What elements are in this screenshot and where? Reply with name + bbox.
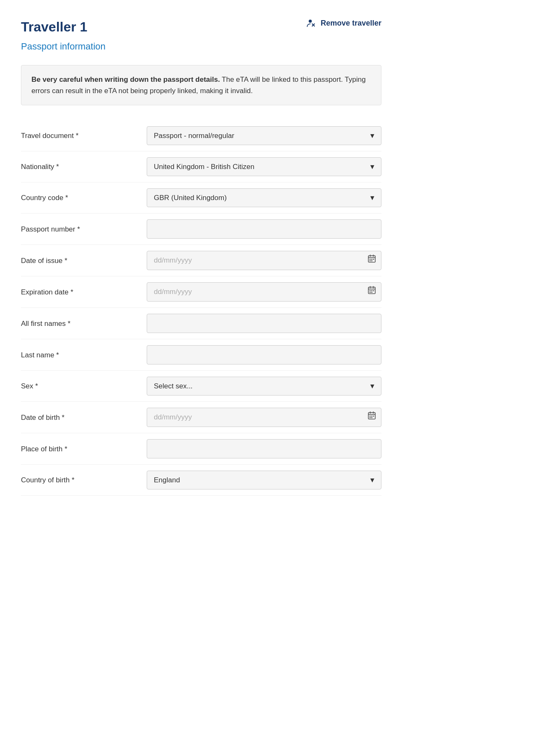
select-travel-document[interactable]: Passport - normal/regularPassport - dipl… bbox=[147, 126, 381, 145]
info-bold: Be very careful when writing down the pa… bbox=[31, 75, 220, 83]
label-country-of-birth: Country of birth * bbox=[21, 475, 138, 486]
label-all-first-names: All first names * bbox=[21, 318, 138, 329]
label-travel-document: Travel document * bbox=[21, 130, 138, 141]
label-expiration-date: Expiration date * bbox=[21, 287, 138, 298]
info-box: Be very careful when writing down the pa… bbox=[21, 65, 381, 105]
remove-traveller-label: Remove traveller bbox=[321, 19, 381, 28]
input-date-of-birth[interactable] bbox=[147, 408, 381, 427]
select-sex[interactable]: Select sex...MaleFemaleOther bbox=[147, 377, 381, 396]
section-title: Passport information bbox=[21, 39, 381, 53]
input-date-of-issue[interactable] bbox=[147, 251, 381, 270]
label-last-name: Last name * bbox=[21, 350, 138, 361]
select-country-of-birth[interactable]: EnglandScotlandWalesNorthern IrelandOthe… bbox=[147, 471, 381, 489]
label-sex: Sex * bbox=[21, 381, 138, 392]
select-country-code[interactable]: GBR (United Kingdom)USA (United States)C… bbox=[147, 188, 381, 207]
label-country-code: Country code * bbox=[21, 193, 138, 203]
date-wrap-date-of-issue bbox=[147, 251, 381, 270]
form-row-date-of-issue: Date of issue * bbox=[21, 245, 381, 276]
select-wrap-travel-document: Passport - normal/regularPassport - dipl… bbox=[147, 126, 381, 145]
input-all-first-names[interactable] bbox=[147, 314, 381, 333]
form-row-country-code: Country code *GBR (United Kingdom)USA (U… bbox=[21, 182, 381, 213]
form-row-country-of-birth: Country of birth *EnglandScotlandWalesNo… bbox=[21, 465, 381, 496]
input-expiration-date[interactable] bbox=[147, 282, 381, 302]
input-passport-number[interactable] bbox=[147, 219, 381, 239]
label-passport-number: Passport number * bbox=[21, 224, 138, 235]
remove-traveller-button[interactable]: Remove traveller bbox=[306, 17, 381, 29]
select-wrap-nationality: United Kingdom - British CitizenUnited S… bbox=[147, 157, 381, 176]
date-wrap-date-of-birth bbox=[147, 408, 381, 427]
form-row-last-name: Last name * bbox=[21, 339, 381, 371]
select-wrap-country-code: GBR (United Kingdom)USA (United States)C… bbox=[147, 188, 381, 207]
select-nationality[interactable]: United Kingdom - British CitizenUnited S… bbox=[147, 157, 381, 176]
input-place-of-birth[interactable] bbox=[147, 439, 381, 458]
select-wrap-country-of-birth: EnglandScotlandWalesNorthern IrelandOthe… bbox=[147, 471, 381, 489]
date-wrap-expiration-date bbox=[147, 282, 381, 302]
form-row-sex: Sex *Select sex...MaleFemaleOther▼ bbox=[21, 371, 381, 402]
svg-point-0 bbox=[309, 20, 311, 23]
input-last-name[interactable] bbox=[147, 345, 381, 364]
select-wrap-sex: Select sex...MaleFemaleOther▼ bbox=[147, 377, 381, 396]
label-place-of-birth: Place of birth * bbox=[21, 444, 138, 455]
form-row-expiration-date: Expiration date * bbox=[21, 276, 381, 308]
label-date-of-issue: Date of issue * bbox=[21, 255, 138, 266]
form-row-travel-document: Travel document *Passport - normal/regul… bbox=[21, 120, 381, 151]
label-nationality: Nationality * bbox=[21, 161, 138, 172]
page-header: Traveller 1 Remove traveller bbox=[21, 17, 381, 37]
form-row-nationality: Nationality *United Kingdom - British Ci… bbox=[21, 151, 381, 182]
person-remove-icon bbox=[306, 18, 317, 28]
form-row-all-first-names: All first names * bbox=[21, 308, 381, 339]
traveller-title: Traveller 1 bbox=[21, 17, 87, 37]
label-date-of-birth: Date of birth * bbox=[21, 412, 138, 423]
form-row-passport-number: Passport number * bbox=[21, 213, 381, 245]
form-row-date-of-birth: Date of birth * bbox=[21, 402, 381, 433]
form-row-place-of-birth: Place of birth * bbox=[21, 433, 381, 465]
form-fields: Travel document *Passport - normal/regul… bbox=[21, 120, 381, 496]
